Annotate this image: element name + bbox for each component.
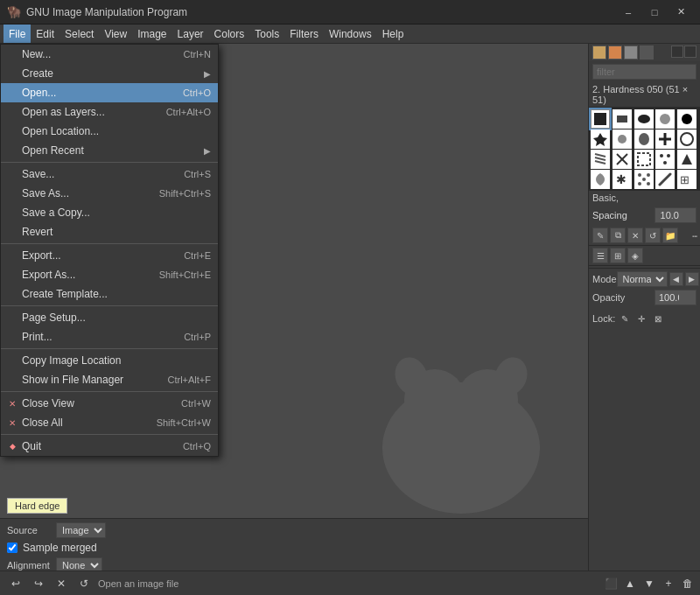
spacing-input[interactable] xyxy=(654,207,696,223)
brush-cell-4[interactable] xyxy=(655,109,675,129)
menu-item-windows[interactable]: Windows xyxy=(324,24,377,43)
menu-item-filters[interactable]: Filters xyxy=(284,24,324,43)
brush-cell-15[interactable] xyxy=(677,150,696,169)
menu-show-file-manager[interactable]: Show in File Manager Ctrl+Alt+F xyxy=(1,370,218,389)
reset-btn[interactable]: ↺ xyxy=(75,575,93,592)
brush-cell-18[interactable] xyxy=(634,170,654,189)
menu-page-setup[interactable]: Page Setup... xyxy=(1,308,218,327)
panel-icon-copy[interactable]: ⧉ xyxy=(610,228,626,243)
menu-print[interactable]: Print... Ctrl+P xyxy=(1,327,218,346)
cancel-btn[interactable]: ✕ xyxy=(52,575,70,592)
panel-icon-edit[interactable]: ✎ xyxy=(592,228,608,243)
brush-cell-6[interactable] xyxy=(591,130,610,149)
layers-prev-btn[interactable]: ⬛ xyxy=(602,575,620,592)
layers-down-btn[interactable]: ▼ xyxy=(640,575,658,592)
svg-point-16 xyxy=(639,133,649,145)
opacity-input[interactable] xyxy=(654,290,696,305)
menu-new[interactable]: New... Ctrl+N xyxy=(1,45,218,64)
menu-show-file-manager-label: Show in File Manager xyxy=(22,374,123,386)
menu-item-file[interactable]: File xyxy=(4,24,31,43)
mode-prev-btn[interactable]: ◀ xyxy=(669,272,683,286)
panel-icon-delete[interactable]: ✕ xyxy=(627,228,643,243)
brush-filter-input[interactable] xyxy=(592,64,696,80)
svg-rect-25 xyxy=(638,153,650,165)
brush-cell-7[interactable] xyxy=(612,130,632,149)
minimize-button[interactable]: – xyxy=(616,4,640,21)
layers-del-btn[interactable]: 🗑 xyxy=(679,575,696,592)
panel-icon-refresh[interactable]: ↺ xyxy=(645,228,661,243)
spacing-row: Spacing xyxy=(589,205,700,226)
color-swatch-2[interactable] xyxy=(608,46,622,60)
menu-item-edit[interactable]: Edit xyxy=(31,24,60,43)
menu-item-select[interactable]: Select xyxy=(60,24,99,43)
mode-next-btn[interactable]: ▶ xyxy=(685,272,699,286)
menu-item-image[interactable]: Image xyxy=(132,24,172,43)
menu-open-layers[interactable]: Open as Layers... Ctrl+Alt+O xyxy=(1,102,218,122)
brush-cell-8[interactable] xyxy=(634,130,654,149)
menu-save-as[interactable]: Save As... Shift+Ctrl+S xyxy=(1,184,218,203)
close-button[interactable]: ✕ xyxy=(668,4,693,21)
panel-icon-tag[interactable]: ◈ xyxy=(627,248,643,263)
panel-more-icon[interactable]: ··· xyxy=(691,228,696,242)
menu-item-help[interactable]: Help xyxy=(377,24,410,43)
redo-btn[interactable]: ↪ xyxy=(30,575,47,592)
menu-open-recent[interactable]: Open Recent ▶ xyxy=(1,141,218,160)
lock-position-btn[interactable]: ✛ xyxy=(634,312,648,326)
menu-page-setup-label: Page Setup... xyxy=(22,312,86,324)
brush-cell-2[interactable] xyxy=(612,109,632,129)
source-select[interactable]: Image xyxy=(56,522,106,538)
layers-up-btn[interactable]: ▲ xyxy=(621,575,639,592)
brush-cell-13[interactable] xyxy=(634,150,654,169)
menu-item-tools[interactable]: Tools xyxy=(249,24,284,43)
brush-cell-10[interactable] xyxy=(677,130,696,149)
brush-cell-5[interactable] xyxy=(677,109,696,129)
brush-cell-19[interactable] xyxy=(655,170,675,189)
svg-point-19 xyxy=(681,133,693,145)
menu-quit[interactable]: ◆ Quit Ctrl+Q xyxy=(1,437,218,456)
panel-icon-grid[interactable]: ⊞ xyxy=(610,248,626,263)
menu-create[interactable]: Create ▶ xyxy=(1,64,218,83)
panel-btn-1[interactable] xyxy=(671,46,683,58)
sample-merged-checkbox[interactable] xyxy=(7,542,18,553)
menu-item-colors[interactable]: Colors xyxy=(209,24,250,43)
brush-cell-17[interactable]: ✱ xyxy=(612,170,632,189)
menu-export[interactable]: Export... Ctrl+E xyxy=(1,246,218,265)
menu-revert[interactable]: Revert xyxy=(1,222,218,242)
brush-cell-1[interactable] xyxy=(591,109,610,129)
menu-close-view[interactable]: ✕ Close View Ctrl+W xyxy=(1,394,218,413)
brush-cell-11[interactable] xyxy=(591,150,610,169)
lock-pixels-btn[interactable]: ✎ xyxy=(618,312,632,326)
color-swatch-3[interactable] xyxy=(624,46,638,60)
menu-copy-location[interactable]: Copy Image Location xyxy=(1,351,218,370)
layers-add-btn[interactable]: + xyxy=(660,575,677,592)
wilber-logo xyxy=(352,326,570,518)
menu-open-location[interactable]: Open Location... xyxy=(1,122,218,141)
undo-btn[interactable]: ↩ xyxy=(7,575,24,592)
menu-item-layer[interactable]: Layer xyxy=(172,24,209,43)
svg-point-15 xyxy=(619,136,622,139)
menu-open[interactable]: Open... Ctrl+O xyxy=(1,83,218,102)
lock-alpha-btn[interactable]: ⊠ xyxy=(651,312,665,326)
mode-select[interactable]: Normal xyxy=(617,271,668,287)
brush-cell-20[interactable]: ⊞ xyxy=(677,170,696,189)
panel-icon-list[interactable]: ☰ xyxy=(592,248,608,263)
maximize-button[interactable]: □ xyxy=(642,4,667,21)
quit-shortcut: Ctrl+Q xyxy=(183,441,211,452)
brush-cell-14[interactable] xyxy=(655,150,675,169)
color-swatch-4[interactable] xyxy=(640,46,654,60)
brush-cell-12[interactable] xyxy=(612,150,632,169)
menu-save-copy[interactable]: Save a Copy... xyxy=(1,203,218,222)
brush-cell-16[interactable] xyxy=(591,170,610,189)
new-icon xyxy=(6,48,18,60)
menu-save[interactable]: Save... Ctrl+S xyxy=(1,164,218,184)
menu-create-template[interactable]: Create Template... xyxy=(1,284,218,304)
brush-cell-3[interactable] xyxy=(634,109,654,129)
menu-export-as[interactable]: Export As... Shift+Ctrl+E xyxy=(1,265,218,284)
brush-cell-9[interactable] xyxy=(655,130,675,149)
color-swatch-1[interactable] xyxy=(592,46,606,60)
panel-icon-folder[interactable]: 📁 xyxy=(662,228,678,243)
panel-btn-2[interactable] xyxy=(684,46,696,58)
menu-close-all[interactable]: ✕ Close All Shift+Ctrl+W xyxy=(1,413,218,432)
close-view-shortcut: Ctrl+W xyxy=(181,398,211,409)
menu-item-view[interactable]: View xyxy=(99,24,132,43)
